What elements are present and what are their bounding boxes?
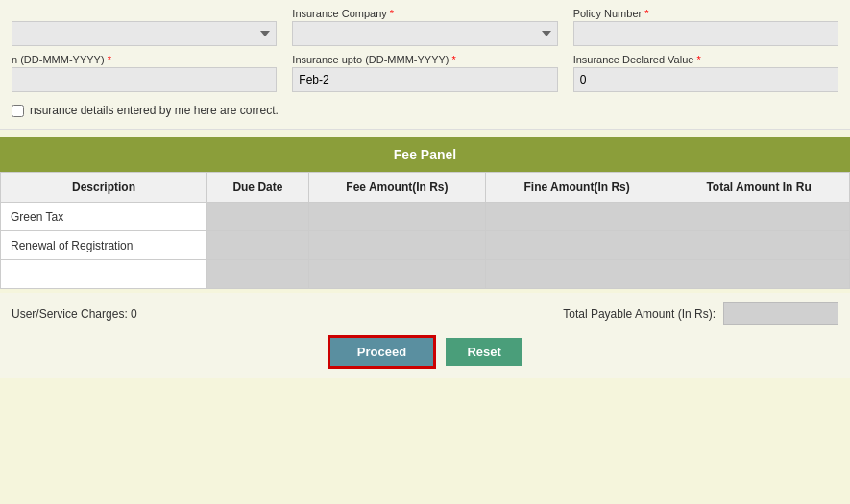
- policy-number-input[interactable]: [573, 21, 838, 46]
- dropdown1-label: [12, 8, 277, 19]
- insurance-section: Insurance Company * Policy Number * n (D: [0, 0, 850, 130]
- dropdown1-select[interactable]: [12, 21, 277, 46]
- insurance-upto-label: Insurance upto (DD-MMM-YYYY) *: [292, 54, 557, 65]
- table-row: Renewal of Registration: [1, 231, 850, 260]
- insurance-declared-label: Insurance Declared Value *: [573, 54, 838, 65]
- row1-fine-amount: [486, 203, 668, 231]
- col-fine-amount: Fine Amount(In Rs): [486, 173, 668, 203]
- fee-panel-header: Fee Panel: [0, 137, 850, 172]
- insurance-company-label: Insurance Company *: [292, 8, 557, 19]
- col-description: Description: [1, 173, 207, 203]
- col-due-date: Due Date: [207, 173, 309, 203]
- table-row: Green Tax: [1, 203, 850, 231]
- proceed-button[interactable]: Proceed: [328, 335, 436, 369]
- insured-from-label: n (DD-MMM-YYYY) *: [12, 54, 277, 65]
- policy-number-label: Policy Number *: [573, 8, 838, 19]
- row2-total-amount: [668, 231, 850, 260]
- fee-table-header-row: Description Due Date Fee Amount(In Rs) F…: [1, 173, 850, 203]
- row3-due-date: [207, 260, 309, 289]
- row3-description: [1, 260, 207, 289]
- totals-row: User/Service Charges: 0 Total Payable Am…: [12, 302, 838, 325]
- total-payable: Total Payable Amount (In Rs):: [563, 302, 838, 325]
- buttons-row: Proceed Reset: [12, 335, 838, 369]
- row1-fee-amount: [308, 203, 485, 231]
- reset-button[interactable]: Reset: [446, 338, 522, 366]
- fee-table: Description Due Date Fee Amount(In Rs) F…: [0, 172, 850, 289]
- row1-due-date: [207, 203, 309, 231]
- insurance-checkbox-row: nsurance details entered by me here are …: [12, 100, 838, 121]
- row2-fine-amount: [486, 231, 668, 260]
- insurance-company-group: Insurance Company *: [292, 8, 557, 46]
- insurance-company-select[interactable]: [292, 21, 557, 46]
- insurance-upto-group: Insurance upto (DD-MMM-YYYY) * Feb-2: [292, 54, 557, 92]
- row2-description: Renewal of Registration: [1, 231, 207, 260]
- row1-description: Green Tax: [1, 203, 207, 231]
- total-payable-box: [723, 302, 838, 325]
- insurance-correct-checkbox[interactable]: [12, 105, 24, 117]
- dropdown1-group: [12, 8, 277, 46]
- insurance-declared-group: Insurance Declared Value *: [573, 54, 838, 92]
- page-wrapper: Insurance Company * Policy Number * n (D: [0, 0, 850, 378]
- insured-from-group: n (DD-MMM-YYYY) *: [12, 54, 277, 92]
- row1-total-amount: [668, 203, 850, 231]
- insurance-declared-input[interactable]: [573, 67, 838, 92]
- row3-fine-amount: [486, 260, 668, 289]
- policy-number-group: Policy Number *: [573, 8, 838, 46]
- insured-from-input[interactable]: [12, 67, 277, 92]
- row3-fee-amount: [308, 260, 485, 289]
- col-total-amount: Total Amount In Ru: [668, 173, 850, 203]
- row2-due-date: [207, 231, 309, 260]
- col-fee-amount: Fee Amount(In Rs): [308, 173, 485, 203]
- row2-fee-amount: [308, 231, 485, 260]
- bottom-section: User/Service Charges: 0 Total Payable Am…: [0, 293, 850, 378]
- insurance-correct-label: nsurance details entered by me here are …: [30, 104, 279, 117]
- table-row: [1, 260, 850, 289]
- insurance-upto-input[interactable]: Feb-2: [292, 67, 557, 92]
- insurance-row-2: n (DD-MMM-YYYY) * Insurance upto (DD-MMM…: [12, 54, 838, 92]
- insurance-row-1: Insurance Company * Policy Number *: [12, 8, 838, 46]
- user-charges: User/Service Charges: 0: [12, 307, 137, 321]
- row3-total-amount: [668, 260, 850, 289]
